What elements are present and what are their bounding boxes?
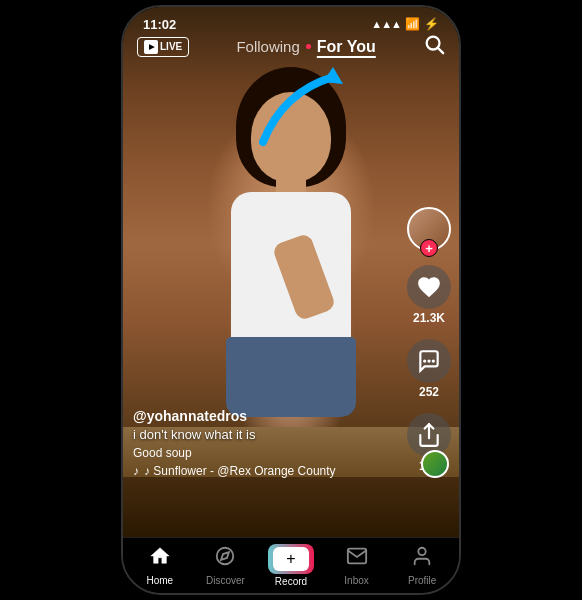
header: ▶ LIVE Following For You — [123, 33, 459, 60]
live-icon: ▶ — [144, 40, 158, 54]
nav-item-record[interactable]: + Record — [258, 544, 324, 587]
foryou-tab[interactable]: For You — [317, 38, 376, 56]
heart-icon — [407, 265, 451, 309]
status-icons: ▲▲▲ 📶 ⚡ — [371, 17, 439, 31]
nav-item-profile[interactable]: Profile — [389, 545, 455, 586]
tab-dot — [306, 44, 311, 49]
nav-item-home[interactable]: Home — [127, 545, 193, 586]
creator-username[interactable]: @yohannatedros — [133, 408, 336, 424]
video-info: @yohannatedros i don't know what it is G… — [133, 408, 336, 478]
inbox-label: Inbox — [344, 575, 368, 586]
home-label: Home — [146, 575, 173, 586]
follow-button[interactable]: + — [420, 239, 438, 257]
time-display: 11:02 — [143, 17, 176, 32]
svg-line-2 — [438, 48, 443, 53]
feed-tabs: Following For You — [236, 38, 375, 56]
svg-point-3 — [423, 359, 426, 362]
profile-icon — [411, 545, 433, 573]
discover-label: Discover — [206, 575, 245, 586]
phone-frame: 11:02 ▲▲▲ 📶 ⚡ ▶ LIVE Fo — [121, 5, 461, 595]
record-label: Record — [275, 576, 307, 587]
live-button[interactable]: ▶ LIVE — [137, 37, 189, 57]
svg-point-5 — [432, 359, 435, 362]
creator-avatar-wrap[interactable]: + — [407, 207, 451, 251]
record-plus-icon: + — [273, 547, 309, 571]
nav-item-discover[interactable]: Discover — [193, 545, 259, 586]
inbox-icon — [346, 545, 368, 573]
status-bar: 11:02 ▲▲▲ 📶 ⚡ — [123, 7, 459, 35]
like-button[interactable]: 21.3K — [407, 265, 451, 325]
person-face — [251, 92, 331, 182]
wifi-icon: 📶 — [405, 17, 420, 31]
battery-icon: ⚡ — [424, 17, 439, 31]
like-count: 21.3K — [413, 311, 445, 325]
bottom-navigation: Home Discover + Record — [123, 537, 459, 593]
music-note-icon: ♪ — [133, 464, 139, 478]
sound-avatar[interactable] — [421, 450, 449, 478]
sound-text: ♪ Sunflower - @Rex Orange County — [144, 464, 336, 478]
following-tab[interactable]: Following — [236, 38, 299, 55]
live-label: LIVE — [160, 41, 182, 52]
signal-icon: ▲▲▲ — [371, 18, 401, 30]
right-actions: + 21.3K 252 — [407, 207, 451, 473]
person-pants — [226, 337, 356, 417]
svg-point-4 — [427, 359, 430, 362]
home-icon — [149, 545, 171, 573]
sound-row[interactable]: ♪ ♪ Sunflower - @Rex Orange County — [133, 464, 336, 478]
comment-icon — [407, 339, 451, 383]
discover-icon — [214, 545, 236, 573]
nav-item-inbox[interactable]: Inbox — [324, 545, 390, 586]
svg-point-7 — [217, 548, 234, 565]
comment-count: 252 — [419, 385, 439, 399]
profile-label: Profile — [408, 575, 436, 586]
svg-point-8 — [419, 548, 426, 555]
comment-button[interactable]: 252 — [407, 339, 451, 399]
song-name: Good soup — [133, 446, 336, 460]
record-button[interactable]: + — [268, 544, 314, 574]
search-button[interactable] — [423, 33, 445, 60]
video-caption: i don't know what it is — [133, 427, 336, 442]
